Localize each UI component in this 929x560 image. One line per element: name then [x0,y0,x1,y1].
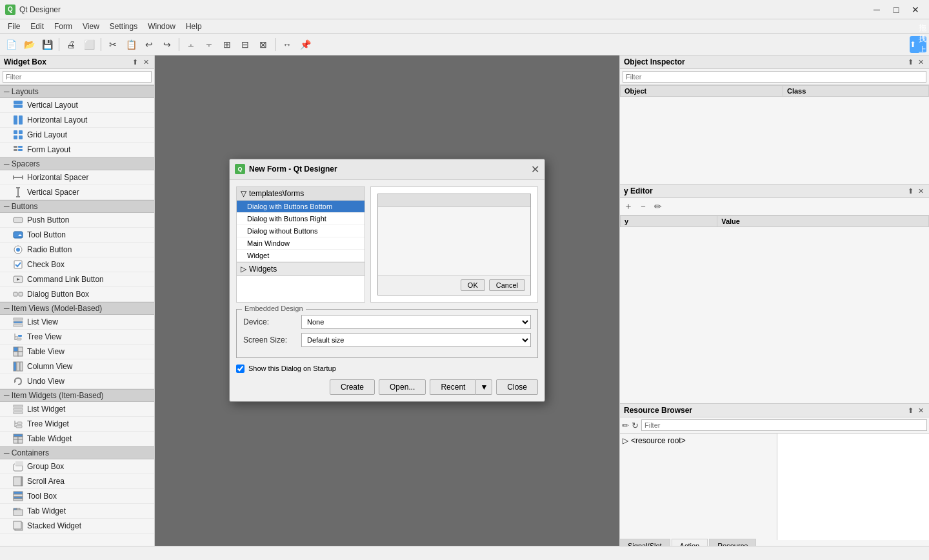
dialog-close-button[interactable]: ✕ [531,163,539,175]
svg-rect-5 [19,130,23,134]
tree-root-widgets[interactable]: ▷ Widgets [237,262,365,276]
screen-size-select[interactable]: Default size [301,333,531,347]
close-button[interactable]: ✕ [907,3,924,16]
widget-item-group-box[interactable]: ⬜ Group Box [0,459,154,474]
widget-box-float[interactable]: ⬆ [131,58,139,66]
object-inspector-filter-input[interactable] [623,71,926,83]
maximize-button[interactable]: □ [888,3,904,16]
tree-item-dialog-no-buttons[interactable]: Dialog without Buttons [237,225,365,237]
svg-rect-8 [14,146,17,148]
menu-view[interactable]: View [77,21,105,32]
preview-cancel-button[interactable]: Cancel [489,279,525,291]
tree-root-templates[interactable]: ▽ templates\forms [237,187,365,201]
widget-item-table-view[interactable]: Table View [0,345,154,359]
widget-item-dialog-button-box[interactable]: Dialog Button Box [0,287,154,302]
minimize-button[interactable]: ─ [868,3,885,16]
resource-browser-title: Resource Browser [624,406,692,415]
tree-item-dialog-buttons-bottom[interactable]: Dialog with Buttons Bottom [237,201,365,213]
radio-button-icon [13,245,23,255]
oi-col-class: Class [783,86,929,97]
check-box-icon [13,259,23,270]
resource-browser-close[interactable]: ✕ [917,406,925,415]
device-select[interactable]: None [301,315,531,329]
tree-item-widget[interactable]: Widget [237,250,365,262]
toolbar-cut[interactable]: ✂ [105,36,121,53]
widget-item-scroll-area[interactable]: Scroll Area [0,474,154,489]
toolbar-preview[interactable]: ⬜ [81,36,97,53]
svg-rect-70 [14,521,21,529]
rb-edit-button[interactable]: ✏ [622,421,629,430]
menu-form[interactable]: Form [49,21,77,32]
widget-item-horizontal-layout[interactable]: Horizontal Layout [0,113,154,128]
recent-button-group: Recent ▼ [430,379,492,395]
svg-rect-7 [19,135,23,139]
upload-button[interactable]: ⬆ 拖拽上传 [910,36,926,53]
widget-item-grid-layout[interactable]: Grid Layout [0,128,154,143]
widget-item-radio-button[interactable]: Radio Button [0,243,154,257]
dialog-title-bar: Q New Form - Qt Designer ✕ [230,159,544,180]
svg-rect-44 [14,405,23,407]
object-inspector-close[interactable]: ✕ [917,58,925,66]
widget-item-tool-button[interactable]: Tool Button [0,228,154,243]
svg-rect-35 [17,338,21,340]
toolbar-print[interactable]: 🖨 [63,36,79,53]
show-dialog-checkbox[interactable] [236,365,245,373]
widget-box-filter-input[interactable] [3,71,152,83]
tree-root-label: templates\forms [249,189,304,198]
resource-root-item[interactable]: ▷ <resource root> [623,436,774,445]
widget-item-column-view[interactable]: Column View [0,359,154,374]
widget-item-tab-widget[interactable]: Tab Widget [0,504,154,519]
widget-item-command-link-button[interactable]: Command Link Button [0,272,154,287]
scroll-area-icon [13,476,23,486]
tree-item-main-window[interactable]: Main Window [237,237,365,250]
toolbar-new[interactable]: 📄 [3,36,19,53]
widget-item-list-view[interactable]: List View [0,315,154,330]
toolbar-open[interactable]: 📂 [21,36,37,53]
widget-box-close[interactable]: ✕ [142,58,150,66]
open-button[interactable]: Open... [379,379,426,395]
widget-item-table-widget[interactable]: Table Widget [0,432,154,446]
object-inspector-float[interactable]: ⬆ [906,58,915,66]
widget-item-form-layout[interactable]: Form Layout [0,143,154,157]
resource-browser-header: Resource Browser ⬆ ✕ [620,404,929,417]
close-button[interactable]: Close [496,379,538,395]
pe-edit-button[interactable]: ✏ [652,200,664,213]
menu-settings[interactable]: Settings [105,21,143,32]
recent-dropdown-arrow[interactable]: ▼ [475,379,492,395]
pe-remove-button[interactable]: － [637,200,650,213]
widget-item-vertical-layout[interactable]: Vertical Layout [0,98,154,113]
widget-item-push-button[interactable]: Push Button [0,213,154,228]
dialog-body: ▽ templates\forms Dialog with Buttons Bo… [230,180,544,401]
menu-file[interactable]: File [3,21,25,32]
tree-item-dialog-buttons-right[interactable]: Dialog with Buttons Right [237,213,365,225]
widget-box-filter-bar [0,69,154,85]
category-layouts: ─ Layouts [0,85,154,98]
list-view-icon [13,317,23,327]
pe-add-button[interactable]: ＋ [622,200,635,213]
widget-item-check-box[interactable]: Check Box [0,257,154,272]
menu-edit[interactable]: Edit [25,21,49,32]
toolbar-copy[interactable]: 📋 [123,36,139,53]
resource-browser-filter-input[interactable] [641,419,927,431]
widget-item-list-widget[interactable]: List Widget [0,402,154,417]
toolbar-save[interactable]: 💾 [39,36,55,53]
property-editor-float[interactable]: ⬆ [906,187,915,195]
device-field-row: Device: None [243,315,531,329]
create-button[interactable]: Create [330,379,375,395]
widget-item-horizontal-spacer[interactable]: Horizontal Spacer [0,170,154,185]
property-editor-close[interactable]: ✕ [917,187,925,195]
object-inspector-panel: Object Inspector ⬆ ✕ Object Class [619,55,929,185]
recent-button[interactable]: Recent [430,379,475,395]
widget-item-tree-widget[interactable]: Tree Widget [0,417,154,432]
widget-item-stacked-widget[interactable]: Stacked Widget [0,519,154,534]
resource-browser-float[interactable]: ⬆ [906,406,915,415]
dialog-button-box-icon [13,289,23,299]
widget-item-tool-box[interactable]: Tool Box [0,489,154,504]
rb-refresh-button[interactable]: ↻ [632,421,639,430]
widget-item-tree-view[interactable]: Tree View [0,330,154,345]
preview-ok-button[interactable]: OK [461,279,485,291]
pe-col-value: Value [717,216,929,227]
widget-item-undo-view[interactable]: Undo View [0,374,154,389]
svg-rect-49 [17,422,22,425]
widget-item-vertical-spacer[interactable]: Vertical Spacer [0,185,154,200]
